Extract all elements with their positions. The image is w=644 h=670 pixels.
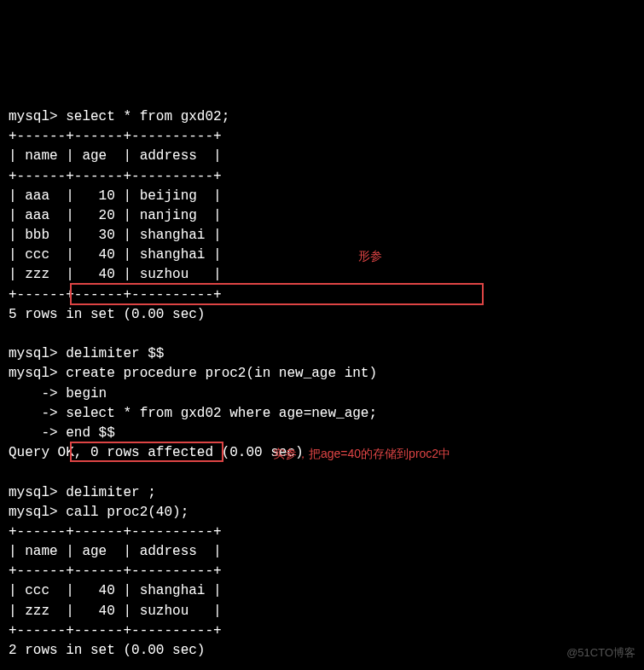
table-row: | aaa | 10 | beijing | [9,188,222,204]
prompt-line: mysql> delimiter ; [9,485,156,500]
annotation-actual-param: 实参，把age=40的存储到proc2中 [273,445,450,462]
result-summary: Query OK, 0 rows affected (0.00 sec) [9,445,304,460]
table-border: +------+------+----------+ [9,169,222,184]
prompt-line: mysql> call proc2(40); [9,505,189,520]
table-border: +------+------+----------+ [9,524,222,540]
table-row: | zzz | 40 | suzhou | [9,604,222,619]
annotation-formal-param: 形参 [358,247,382,264]
table-border: +------+------+----------+ [9,623,222,638]
prompt-line: mysql> delimiter $$ [9,346,164,361]
table-row: | ccc | 40 | shanghai | [9,247,222,263]
prompt-line: mysql> create procedure proc2(in new_age… [9,366,377,381]
table-border: +------+------+----------+ [9,563,222,579]
table-border: +------+------+----------+ [9,287,222,303]
continuation-line: -> end $$ [9,425,115,441]
table-row: | bbb | 30 | shanghai | [9,228,222,243]
result-summary: 2 rows in set (0.00 sec) [9,643,205,658]
table-header: | name | age | address | [9,544,222,559]
table-row: | aaa | 20 | nanjing | [9,208,222,223]
table-border: +------+------+----------+ [9,129,222,144]
prompt-line: mysql> select * from gxd02; [9,109,229,124]
continuation-line: -> begin [9,386,107,401]
result-summary: 5 rows in set (0.00 sec) [9,307,205,322]
table-row: | ccc | 40 | shanghai | [9,583,222,598]
table-header: | name | age | address | [9,148,222,164]
watermark: @51CTO博客 [566,645,635,661]
continuation-line: -> select * from gxd02 where age=new_age… [9,406,377,421]
terminal-output: mysql> select * from gxd02; +------+----… [9,88,635,670]
table-row: | zzz | 40 | suzhou | [9,267,222,282]
